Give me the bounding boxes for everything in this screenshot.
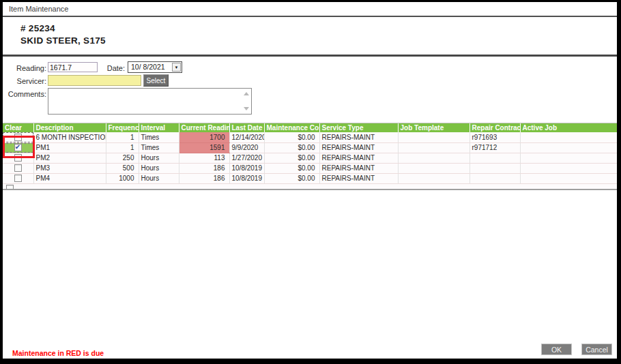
frequency-cell: 500 (106, 163, 139, 173)
column-header-last-date[interactable]: Last Date (229, 123, 264, 132)
table-row: 6 MONTH INSPECTION 1 Times 1700 12/14/20… (3, 132, 617, 142)
last-date-cell: 10/8/2019 (229, 173, 264, 183)
table-row: PM4 1000 Hours 186 10/8/2019 $0.00 REPAI… (3, 173, 617, 183)
maintenance-cost-cell: $0.00 (264, 132, 319, 142)
column-header-maintenance-cost[interactable]: Maintenance Cost (264, 123, 319, 132)
window-title: Item Maintenance (9, 5, 68, 13)
clear-checkbox-row-2[interactable] (14, 144, 22, 151)
service-type-cell: REPAIRS-MAINT (319, 153, 398, 163)
active-job-cell (520, 163, 617, 173)
window-titlebar: Item Maintenance (3, 2, 617, 17)
clear-checkbox-row-1[interactable] (14, 134, 22, 141)
maintenance-grid: Clear Description Frequency Interval Cur… (3, 123, 617, 190)
comments-label: Comments: (5, 90, 46, 98)
column-header-clear[interactable]: Clear (3, 123, 33, 132)
maintenance-cost-cell: $0.00 (264, 163, 319, 173)
new-row-placeholder (3, 183, 617, 189)
description-cell: PM2 (33, 153, 106, 163)
comments-textarea[interactable] (48, 88, 252, 115)
description-cell: PM1 (33, 142, 106, 153)
clear-checkbox-row-4[interactable] (14, 164, 22, 172)
item-maintenance-dialog: Item Maintenance # 25234 SKID STEER, S17… (0, 0, 621, 364)
item-number: # 25234 (20, 23, 55, 33)
reading-input[interactable] (48, 62, 98, 72)
current-reading-cell: 1700 (179, 132, 229, 142)
maintenance-cost-cell: $0.00 (264, 142, 319, 153)
scroll-up-icon[interactable] (244, 92, 249, 95)
column-header-active-job[interactable]: Active Job (520, 123, 617, 132)
interval-cell: Hours (139, 173, 179, 183)
current-reading-cell: 186 (179, 173, 229, 183)
job-template-cell (398, 132, 470, 142)
repair-contract-cell: r971712 (470, 142, 520, 153)
frequency-cell: 1 (106, 132, 139, 142)
last-date-cell: 9/9/2020 (229, 142, 264, 153)
repair-contract-cell (470, 153, 520, 163)
repair-contract-cell (470, 163, 520, 173)
clear-checkbox-new-row[interactable] (6, 185, 14, 189)
date-label: Date: (99, 64, 125, 72)
description-cell: 6 MONTH INSPECTION (33, 132, 106, 142)
table-row: PM3 500 Hours 186 10/8/2019 $0.00 REPAIR… (3, 163, 617, 173)
service-type-cell: REPAIRS-MAINT (319, 142, 398, 153)
active-job-cell (520, 132, 617, 142)
column-header-description[interactable]: Description (33, 123, 106, 132)
servicer-input[interactable] (48, 75, 141, 86)
table-row: PM2 250 Hours 113 1/27/2020 $0.00 REPAIR… (3, 153, 617, 163)
date-dropdown[interactable]: 10/ 8/2021 ▼ (128, 61, 182, 73)
description-cell: PM4 (33, 173, 106, 183)
table-row: PM1 1 Times 1591 9/9/2020 $0.00 REPAIRS-… (3, 142, 617, 153)
description-cell: PM3 (33, 163, 106, 173)
maintenance-form: Reading: Date: 10/ 8/2021 ▼ Servicer: Se… (3, 59, 617, 123)
ok-button[interactable]: OK (541, 344, 572, 355)
current-reading-cell: 113 (179, 153, 229, 163)
current-reading-cell: 186 (179, 163, 229, 173)
column-header-frequency[interactable]: Frequency (106, 123, 139, 132)
column-header-interval[interactable]: Interval (139, 123, 179, 132)
service-type-cell: REPAIRS-MAINT (319, 132, 398, 142)
maintenance-due-note: Maintenance in RED is due (12, 349, 104, 357)
last-date-cell: 10/8/2019 (229, 163, 264, 173)
active-job-cell (520, 153, 617, 163)
item-name: SKID STEER, S175 (20, 35, 106, 46)
job-template-cell (398, 163, 470, 173)
date-value: 10/ 8/2021 (131, 63, 165, 71)
interval-cell: Times (139, 132, 179, 142)
repair-contract-cell: r971693 (470, 132, 520, 142)
active-job-cell (520, 142, 617, 153)
interval-cell: Times (139, 142, 179, 153)
job-template-cell (398, 153, 470, 163)
frequency-cell: 1000 (106, 173, 139, 183)
servicer-label: Servicer: (5, 77, 46, 85)
job-template-cell (398, 142, 470, 153)
repair-contract-cell (470, 173, 520, 183)
column-header-repair-contract[interactable]: Repair Contract (470, 123, 520, 132)
service-type-cell: REPAIRS-MAINT (319, 173, 398, 183)
last-date-cell: 1/27/2020 (229, 153, 264, 163)
interval-cell: Hours (139, 153, 179, 163)
item-header: # 25234 SKID STEER, S175 (3, 18, 617, 57)
service-type-cell: REPAIRS-MAINT (319, 163, 398, 173)
maintenance-cost-cell: $0.00 (264, 153, 319, 163)
current-reading-cell: 1591 (179, 142, 229, 153)
last-date-cell: 12/14/2020 (229, 132, 264, 142)
column-header-service-type[interactable]: Service Type (319, 123, 398, 132)
clear-checkbox-row-5[interactable] (14, 175, 22, 182)
column-header-job-template[interactable]: Job Template (398, 123, 470, 132)
scroll-down-icon[interactable] (244, 107, 249, 110)
column-header-current-reading[interactable]: Current Reading (179, 123, 229, 132)
chevron-down-icon[interactable]: ▼ (172, 63, 181, 72)
reading-label: Reading: (5, 64, 46, 72)
clear-checkbox-row-3[interactable] (14, 154, 22, 162)
interval-cell: Hours (139, 163, 179, 173)
active-job-cell (520, 173, 617, 183)
maintenance-cost-cell: $0.00 (264, 173, 319, 183)
select-servicer-button[interactable]: Select (143, 74, 169, 87)
frequency-cell: 250 (106, 153, 139, 163)
cancel-button[interactable]: Cancel (581, 344, 612, 355)
job-template-cell (398, 173, 470, 183)
grid-header-row: Clear Description Frequency Interval Cur… (3, 123, 617, 132)
frequency-cell: 1 (106, 142, 139, 153)
